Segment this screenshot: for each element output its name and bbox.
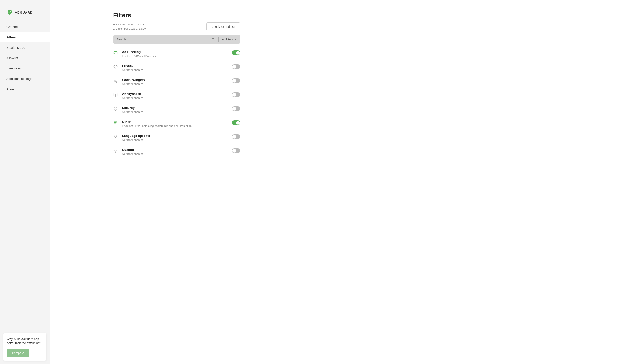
brand-logo: ADGUARD [0, 0, 50, 22]
svg-point-12 [116, 95, 116, 95]
search-bar: All filters [113, 35, 240, 44]
category-row[interactable]: Annoyances No filters enabled [122, 92, 228, 100]
rules-count: Filter rules count: 108278 [113, 23, 146, 27]
ad-block-icon [113, 51, 118, 55]
category-subtitle: Enabled: AdGuard Base filter [122, 54, 228, 58]
privacy-icon [113, 65, 118, 69]
sidebar-item-stealth-mode[interactable]: Stealth Mode [0, 42, 50, 53]
toggle-language-specific[interactable] [232, 134, 240, 139]
category-row[interactable]: Ad Blocking Enabled: AdGuard Base filter [122, 50, 228, 58]
toggle-privacy[interactable] [232, 65, 240, 69]
filter-scope-dropdown[interactable]: All filters [222, 38, 237, 41]
sidebar-item-general[interactable]: General [0, 22, 50, 32]
category-subtitle: Enabled: Filter unblocking search ads an… [122, 124, 228, 128]
custom-icon [113, 148, 118, 153]
category-title: Social Widgets [122, 78, 228, 82]
close-icon [41, 336, 43, 339]
search-icon [211, 38, 215, 41]
svg-marker-17 [115, 149, 116, 150]
sidebar-item-allowlist[interactable]: Allowlist [0, 53, 50, 63]
category-title: Ad Blocking [122, 50, 228, 54]
category-title: Custom [122, 148, 228, 152]
category-language-specific: Language-specific No filters enabled [113, 134, 240, 142]
svg-line-8 [115, 80, 116, 80]
category-subtitle: No filters enabled [122, 138, 228, 142]
category-row[interactable]: Custom No filters enabled [122, 148, 228, 156]
category-subtitle: No filters enabled [122, 68, 228, 72]
search-input[interactable] [117, 38, 211, 41]
social-icon [113, 78, 118, 83]
annoyance-icon [113, 92, 118, 97]
chevron-down-icon [234, 38, 237, 41]
toggle-ad-blocking[interactable] [232, 51, 240, 55]
filter-scope-label: All filters [222, 38, 233, 41]
filter-meta: Filter rules count: 108278 1 December 20… [113, 23, 146, 31]
promo-text: Why is the AdGuard app better than the e… [7, 337, 43, 345]
security-icon [113, 106, 118, 111]
category-row[interactable]: Social Widgets No filters enabled [122, 78, 228, 86]
svg-marker-18 [115, 151, 116, 153]
svg-marker-20 [116, 150, 118, 151]
category-subtitle: No filters enabled [122, 152, 228, 156]
brand-name: ADGUARD [15, 11, 33, 14]
category-title: Annoyances [122, 92, 228, 96]
category-row[interactable]: Other Enabled: Filter unblocking search … [122, 120, 228, 128]
shield-logo-icon [7, 9, 13, 15]
last-updated: 1 December 2023 at 13:09 [113, 27, 146, 31]
sidebar: ADGUARD General Filters Stealth Mode All… [0, 0, 50, 364]
category-title: Security [122, 106, 228, 110]
main-content: Filters Filter rules count: 108278 1 Dec… [50, 0, 618, 364]
category-custom: Custom No filters enabled [113, 148, 240, 156]
category-row[interactable]: Security No filters enabled [122, 106, 228, 114]
page-title: Filters [113, 12, 240, 19]
category-title: Other [122, 120, 228, 124]
category-subtitle: No filters enabled [122, 82, 228, 86]
promo-card: Why is the AdGuard app better than the e… [3, 333, 46, 361]
category-row[interactable]: Language-specific No filters enabled [122, 134, 228, 142]
toggle-annoyances[interactable] [232, 92, 240, 97]
search-divider [218, 37, 219, 42]
category-other: Other Enabled: Filter unblocking search … [113, 120, 240, 128]
category-annoyances: Annoyances No filters enabled [113, 92, 240, 100]
category-security: Security No filters enabled [113, 106, 240, 114]
category-subtitle: No filters enabled [122, 96, 228, 100]
other-icon [113, 120, 118, 125]
toggle-other[interactable] [232, 120, 240, 125]
category-row[interactable]: Privacy No filters enabled [122, 64, 228, 72]
check-updates-button[interactable]: Check for updates [206, 23, 240, 31]
category-ad-blocking: Ad Blocking Enabled: AdGuard Base filter [113, 50, 240, 58]
category-list: Ad Blocking Enabled: AdGuard Base filter… [113, 50, 240, 156]
svg-marker-19 [114, 150, 115, 151]
sidebar-item-filters[interactable]: Filters [0, 32, 50, 42]
toggle-security[interactable] [232, 106, 240, 111]
promo-close-button[interactable] [39, 335, 44, 340]
language-icon [113, 134, 118, 139]
compare-button[interactable]: Compare [7, 349, 29, 357]
category-title: Privacy [122, 64, 228, 68]
sidebar-item-user-rules[interactable]: User rules [0, 63, 50, 74]
svg-line-9 [115, 81, 116, 82]
category-social-widgets: Social Widgets No filters enabled [113, 78, 240, 86]
toggle-social-widgets[interactable] [232, 78, 240, 83]
sidebar-item-about[interactable]: About [0, 84, 50, 94]
category-title: Language-specific [122, 134, 228, 138]
toggle-custom[interactable] [232, 148, 240, 153]
category-privacy: Privacy No filters enabled [113, 64, 240, 72]
sidebar-nav: General Filters Stealth Mode Allowlist U… [0, 22, 50, 94]
category-subtitle: No filters enabled [122, 110, 228, 114]
sidebar-item-additional-settings[interactable]: Additional settings [0, 74, 50, 84]
svg-line-1 [214, 40, 214, 40]
